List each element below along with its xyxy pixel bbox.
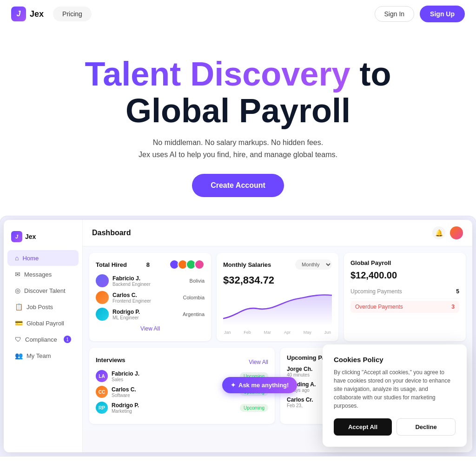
hire-name: Fabricio J. [112, 275, 151, 282]
sign-in-button[interactable]: Sign In [375, 6, 415, 22]
dashboard-title: Dashboard [92, 229, 131, 237]
create-account-button[interactable]: Create Account [192, 174, 284, 197]
sidebar-item-home[interactable]: ⌂ Home [7, 250, 79, 266]
sign-up-button[interactable]: Sign Up [420, 6, 465, 22]
content-grid: Total Hired 8 [83, 246, 472, 348]
upcoming-payments-label: Upcoming Payments [350, 288, 402, 295]
monthly-salaries-label: Monthly Salaries [223, 261, 271, 268]
logo-name: Jex [30, 9, 44, 19]
interview-left: CC Carlos C. Software [96, 386, 136, 398]
payroll-amount: $12,400.00 [350, 270, 459, 281]
sidebar-label-jobs: Job Posts [26, 304, 53, 311]
upcoming-payments-count: 5 [456, 288, 459, 295]
jobs-icon: 📋 [15, 303, 23, 311]
hire-avatar-fabricio [96, 274, 109, 287]
dashboard-preview: J Jex ⌂ Home ✉ Messages ◎ Discover Talen… [0, 216, 476, 456]
sidebar-logo: J Jex [4, 227, 82, 250]
sidebar-logo-name: Jex [25, 233, 36, 240]
overdue-payments-count: 3 [451, 304, 455, 310]
interviews-header: Interviews View All [96, 354, 268, 365]
sidebar-item-messages[interactable]: ✉ Messages [7, 266, 79, 282]
sidebar-label-home: Home [22, 255, 39, 262]
sidebar-item-team[interactable]: 👥 My Team [7, 348, 79, 364]
hire-item: Carlos C. Frontend Engineer Colombia [96, 291, 205, 304]
hire-item-left: Carlos C. Frontend Engineer [96, 291, 151, 304]
status-badge-upcoming: Upcoming [240, 404, 268, 412]
total-hired-label: Total Hired [96, 261, 127, 268]
ai-ask-button[interactable]: ✦ Ask me anything! [222, 377, 297, 393]
hire-country: Colombia [183, 295, 205, 300]
decline-cookies-button[interactable]: Decline [397, 418, 456, 436]
hire-avatar-carlos [96, 291, 109, 304]
hire-role: Frontend Engineer [112, 298, 151, 304]
dashboard-header: Dashboard 🔔 [83, 220, 472, 246]
user-avatar[interactable] [450, 226, 463, 239]
interview-avatar-cc: CC [96, 386, 108, 398]
upcoming-info-carlos: Carlos Cr. Feb 23, [287, 397, 313, 408]
sidebar-item-payroll[interactable]: 💳 Global Payroll [7, 315, 79, 331]
upcoming-name: Jorge Ch. [287, 366, 312, 372]
accept-cookies-button[interactable]: Accept All [334, 418, 392, 436]
upcoming-name: Carlos Cr. [287, 397, 313, 403]
interview-name: Fabricio J. [112, 370, 139, 377]
hire-role: ML Engineer [112, 315, 140, 320]
sidebar-logo-icon: J [11, 231, 22, 242]
sidebar-item-compliance[interactable]: 🛡 Compliance 1 [7, 331, 79, 347]
interview-dept: Software [112, 393, 136, 398]
overdue-payments-label: Overdue Payments [355, 304, 403, 310]
ai-button-label: Ask me anything! [238, 382, 289, 389]
hire-list: Fabricio J. Backend Engineer Bolivia Car… [96, 274, 205, 321]
pricing-button[interactable]: Pricing [53, 7, 92, 21]
monthly-select[interactable]: Monthly [295, 259, 332, 270]
interview-left: RP Rodrigo P. Marketing [96, 402, 139, 414]
interview-dept: Sales [112, 377, 139, 382]
salary-chart [223, 290, 332, 327]
compliance-badge: 1 [64, 336, 71, 343]
hire-item: Rodrigo P. ML Engineer Argentina [96, 308, 205, 321]
sidebar-item-discover[interactable]: ◎ Discover Talent [7, 283, 79, 298]
interview-info-rp: Rodrigo P. Marketing [112, 402, 139, 414]
chart-label-jan: Jan [224, 330, 231, 335]
interviews-view-all[interactable]: View All [249, 359, 268, 365]
cookie-text: By clicking "Accept all cookies," you ag… [334, 368, 456, 410]
interview-avatar-fj: LA [96, 370, 108, 382]
global-payroll-label: Global Payroll [350, 259, 459, 266]
hire-name: Rodrigo P. [112, 309, 140, 315]
hero-tagline2: Jex uses AI to help you find, hire, and … [9, 151, 467, 159]
payroll-icon: 💳 [15, 319, 23, 327]
chart-x-labels: Jan Feb Mar Apr May Jun [223, 330, 332, 335]
cookie-buttons: Accept All Decline [334, 418, 456, 436]
chart-label-jun: Jun [324, 330, 331, 335]
interview-name: Rodrigo P. [112, 402, 139, 409]
notifications-icon[interactable]: 🔔 [432, 226, 445, 239]
hire-country: Argentina [183, 311, 205, 317]
upcoming-time: Feb 23, [287, 403, 313, 408]
hire-info-fabricio: Fabricio J. Backend Engineer [112, 275, 151, 287]
nav-left: J Jex Pricing [11, 7, 92, 21]
interview-info-fj: Fabricio J. Sales [112, 370, 139, 382]
hire-info-carlos: Carlos C. Frontend Engineer [112, 292, 151, 304]
hire-name: Carlos C. [112, 292, 151, 298]
salary-amount: $32,834.72 [223, 274, 332, 286]
discover-icon: ◎ [15, 287, 20, 294]
interview-info-cc: Carlos C. Software [112, 386, 136, 398]
overdue-payments-row: Overdue Payments 3 [350, 301, 459, 313]
salary-card-header: Monthly Salaries Monthly [223, 259, 332, 270]
sidebar-item-jobs[interactable]: 📋 Job Posts [7, 299, 79, 315]
sidebar-label-team: My Team [26, 352, 51, 359]
hire-role: Backend Engineer [112, 282, 151, 287]
nav-right: Sign In Sign Up [375, 6, 465, 22]
cookie-modal: Cookies Policy By clicking "Accept all c… [323, 344, 467, 447]
chart-label-apr: Apr [284, 330, 291, 335]
global-payroll-card: Global Payroll $12,400.00 Upcoming Payme… [344, 253, 466, 341]
interviews-label: Interviews [96, 357, 126, 364]
navbar: J Jex Pricing Sign In Sign Up [0, 0, 476, 28]
sparkle-icon: ✦ [231, 382, 236, 389]
hire-item-left: Fabricio J. Backend Engineer [96, 274, 151, 287]
upcoming-info-jorge: Jorge Ch. 40 minutes [287, 366, 312, 377]
sidebar-label-discover: Discover Talent [24, 287, 66, 294]
view-all-button[interactable]: View All [96, 325, 205, 332]
chart-area: Jan Feb Mar Apr May Jun [223, 290, 332, 335]
messages-icon: ✉ [15, 271, 20, 278]
headline-gradient: Talent Discovery [85, 55, 350, 93]
